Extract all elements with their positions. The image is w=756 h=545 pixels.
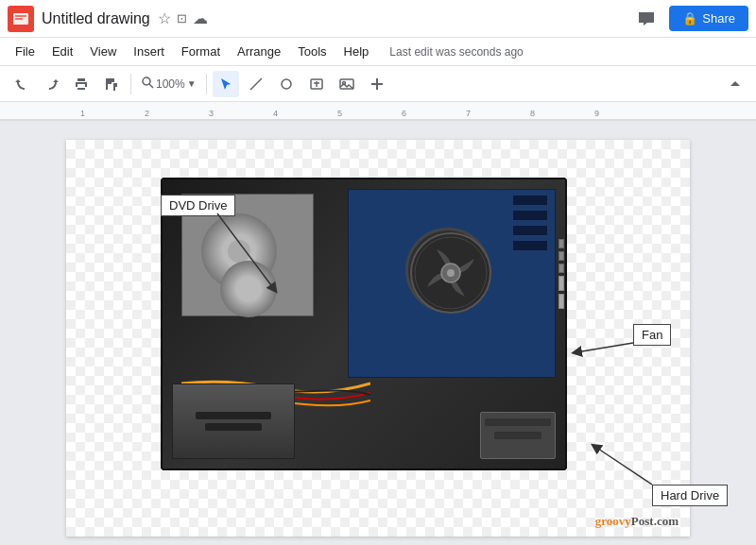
- watermark-suffix: Post.com: [631, 514, 679, 528]
- cloud-save-icon[interactable]: ☁: [193, 9, 208, 27]
- paint-format-button[interactable]: [98, 71, 125, 97]
- zoom-icon: [141, 76, 154, 92]
- power-supply: [172, 383, 295, 459]
- ruler-mark-9: 9: [594, 109, 599, 118]
- ruler-mark-5: 5: [337, 109, 342, 118]
- svg-rect-3: [15, 18, 23, 20]
- ruler-mark-8: 8: [530, 109, 535, 118]
- svg-point-7: [282, 79, 291, 89]
- svg-point-4: [143, 77, 150, 85]
- star-icon[interactable]: ☆: [158, 9, 171, 27]
- dvd-drive-label: DVD Drive: [161, 195, 235, 216]
- computer-case: [161, 178, 567, 470]
- add-tool-button[interactable]: [364, 71, 390, 97]
- menu-arrange[interactable]: Arrange: [230, 42, 288, 61]
- collapse-toolbar-button[interactable]: [722, 71, 748, 97]
- ruler-mark-1: 1: [80, 109, 85, 118]
- io-ports: [558, 189, 565, 359]
- ruler-mark-3: 3: [209, 109, 214, 118]
- lock-icon: 🔒: [682, 11, 697, 26]
- history-icon[interactable]: ⊡: [177, 11, 187, 26]
- print-button[interactable]: [68, 71, 94, 97]
- toolbar: 100% ▼: [0, 66, 756, 102]
- menu-bar: File Edit View Insert Format Arrange Too…: [0, 38, 756, 66]
- text-tool-button[interactable]: [303, 71, 330, 97]
- app-logo: [8, 6, 34, 32]
- ruler: 1 2 3 4 5 6 7 8 9: [0, 102, 756, 121]
- expansion-slots: [512, 195, 550, 270]
- menu-tools[interactable]: Tools: [290, 42, 334, 61]
- fan-label: Fan: [633, 324, 671, 346]
- menu-view[interactable]: View: [82, 42, 124, 61]
- dvd-disc-2: [228, 240, 250, 263]
- menu-file[interactable]: File: [8, 42, 43, 61]
- share-label: Share: [702, 11, 735, 26]
- menu-help[interactable]: Help: [336, 42, 377, 61]
- dvd-disc-3: [220, 261, 277, 317]
- canvas-area[interactable]: DVD Drive Fan: [0, 121, 756, 545]
- svg-rect-2: [15, 15, 26, 17]
- ruler-mark-4: 4: [273, 109, 278, 118]
- menu-edit[interactable]: Edit: [44, 42, 80, 61]
- menu-format[interactable]: Format: [174, 42, 228, 61]
- hard-drive-label: Hard Drive: [652, 485, 728, 506]
- menu-insert[interactable]: Insert: [126, 42, 172, 61]
- doc-title[interactable]: Untitled drawing: [42, 10, 150, 27]
- undo-button[interactable]: [8, 71, 34, 97]
- watermark-prefix: groovy: [595, 514, 631, 528]
- cpu-fan: [405, 228, 490, 313]
- toolbar-separator-1: [130, 74, 131, 94]
- toolbar-separator-2: [206, 74, 207, 94]
- computer-image: [161, 178, 567, 470]
- ruler-mark-7: 7: [466, 109, 471, 118]
- zoom-chevron-icon: ▼: [187, 78, 197, 89]
- header-right: 🔒 Share: [631, 4, 748, 34]
- watermark: groovyPost.com: [595, 514, 679, 529]
- title-icons: ☆ ⊡ ☁: [158, 9, 208, 27]
- shapes-tool-button[interactable]: [273, 71, 300, 97]
- redo-button[interactable]: [38, 71, 64, 97]
- svg-line-6: [250, 78, 262, 90]
- ruler-mark-6: 6: [402, 109, 406, 118]
- comment-button[interactable]: [631, 4, 662, 34]
- line-tool-button[interactable]: [243, 71, 269, 97]
- zoom-dropdown[interactable]: 100% ▼: [137, 74, 200, 94]
- zoom-level: 100%: [156, 77, 185, 91]
- drawing-canvas[interactable]: DVD Drive Fan: [66, 140, 690, 536]
- svg-point-16: [447, 269, 455, 277]
- image-tool-button[interactable]: [334, 71, 360, 97]
- ruler-mark-2: 2: [145, 109, 149, 118]
- hard-drive-component: [480, 412, 556, 459]
- svg-line-5: [149, 84, 153, 88]
- title-bar: Untitled drawing ☆ ⊡ ☁ 🔒 Share: [0, 0, 756, 38]
- last-edit-status: Last edit was seconds ago: [389, 45, 523, 59]
- share-button[interactable]: 🔒 Share: [669, 6, 748, 31]
- select-tool-button[interactable]: [213, 71, 239, 97]
- motherboard: [348, 189, 556, 378]
